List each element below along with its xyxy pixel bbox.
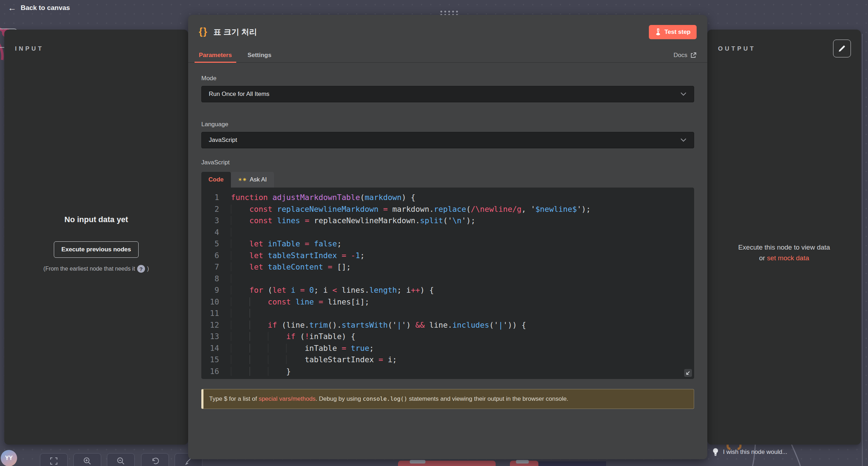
tab-code[interactable]: Code bbox=[201, 172, 231, 188]
code-line[interactable]: 10 const line = lines[i]; bbox=[201, 296, 694, 308]
input-panel: INPUT No input data yet Execute previous… bbox=[4, 30, 188, 445]
docs-label: Docs bbox=[673, 52, 687, 59]
help-question-icon[interactable]: ? bbox=[137, 265, 145, 273]
code-line[interactable]: 1function adjustMarkdownTable(markdown) … bbox=[201, 192, 694, 204]
line-number: 15 bbox=[201, 354, 219, 366]
canvas-node-handle bbox=[410, 460, 425, 464]
line-number: 3 bbox=[201, 215, 219, 227]
language-value: JavaScript bbox=[209, 137, 237, 144]
canvas-edge-line bbox=[862, 34, 863, 466]
mode-label: Mode bbox=[201, 75, 694, 82]
line-number: 13 bbox=[201, 331, 219, 343]
external-link-icon bbox=[690, 52, 697, 58]
line-number: 1 bbox=[201, 192, 219, 204]
flask-icon bbox=[655, 29, 661, 36]
line-number: 16 bbox=[201, 366, 219, 378]
code-line[interactable]: 11 bbox=[201, 308, 694, 319]
output-panel-title: OUTPUT bbox=[718, 45, 756, 52]
tab-ask-ai-label: Ask AI bbox=[250, 176, 267, 183]
code-editor-tab-bar: Code ✶✷ Ask AI bbox=[201, 172, 694, 188]
tab-ask-ai[interactable]: ✶✷ Ask AI bbox=[231, 172, 274, 188]
code-line[interactable]: 12 if (line.trim().startsWith('|') && li… bbox=[201, 319, 694, 331]
node-tab-bar: Parameters Settings Docs bbox=[188, 48, 707, 63]
tab-settings[interactable]: Settings bbox=[248, 48, 272, 62]
code-lines: 1function adjustMarkdownTable(markdown) … bbox=[201, 192, 694, 377]
output-empty-state: Execute this node to view data or set mo… bbox=[707, 242, 861, 263]
pencil-icon bbox=[838, 45, 846, 52]
code-line[interactable]: 5 let inTable = false; bbox=[201, 238, 694, 250]
back-arrow-icon: ← bbox=[8, 4, 16, 12]
line-number: 11 bbox=[201, 308, 219, 319]
node-details-panel: {} 표 크기 처리 Test step Parameters Settings… bbox=[188, 15, 707, 459]
hint-code: console.log() bbox=[363, 395, 407, 402]
code-line[interactable]: 2 const replaceNewlineMarkdown = markdow… bbox=[201, 204, 694, 215]
line-number: 12 bbox=[201, 319, 219, 331]
language-select[interactable]: JavaScript bbox=[201, 132, 694, 148]
fit-view-button[interactable] bbox=[40, 453, 68, 466]
mode-value: Run Once for All Items bbox=[209, 91, 269, 98]
undo-button[interactable] bbox=[141, 453, 169, 466]
line-number: 8 bbox=[201, 273, 219, 285]
canvas-node-handle bbox=[516, 460, 529, 464]
output-empty-line1: Execute this node to view data bbox=[707, 242, 861, 253]
zoom-out-button[interactable] bbox=[107, 453, 135, 466]
test-step-button[interactable]: Test step bbox=[649, 25, 697, 39]
code-field-label: JavaScript bbox=[201, 159, 694, 166]
code-line[interactable]: 16 } bbox=[201, 366, 694, 378]
fit-view-icon bbox=[50, 457, 58, 465]
line-number: 10 bbox=[201, 296, 219, 308]
code-line[interactable]: 14 inTable = true; bbox=[201, 343, 694, 354]
node-title[interactable]: 표 크기 처리 bbox=[213, 27, 257, 37]
code-editor[interactable]: 1function adjustMarkdownTable(markdown) … bbox=[201, 188, 694, 379]
set-mock-data-link[interactable]: set mock data bbox=[767, 254, 809, 262]
panel-drag-handle-icon[interactable] bbox=[439, 10, 459, 15]
line-number: 14 bbox=[201, 343, 219, 354]
docs-link[interactable]: Docs bbox=[673, 52, 697, 59]
back-to-canvas-label: Back to canvas bbox=[21, 4, 70, 12]
line-number: 2 bbox=[201, 204, 219, 215]
sparkles-icon: ✶✷ bbox=[238, 176, 247, 183]
hint-middle: . Debug by using bbox=[316, 395, 363, 402]
chevron-down-icon bbox=[680, 138, 687, 142]
input-hint-prefix: (From the earliest node that needs it bbox=[43, 266, 135, 272]
wish-node-button[interactable]: I wish this node would... bbox=[712, 447, 787, 457]
test-step-label: Test step bbox=[665, 29, 691, 36]
resize-icon bbox=[686, 370, 691, 375]
undo-icon bbox=[151, 457, 159, 465]
code-line[interactable]: 13 if (!inTable) { bbox=[201, 331, 694, 343]
line-number: 9 bbox=[201, 285, 219, 296]
editor-resize-handle[interactable] bbox=[684, 369, 692, 377]
execute-previous-nodes-button[interactable]: Execute previous nodes bbox=[54, 241, 139, 258]
line-number: 7 bbox=[201, 261, 219, 273]
lightbulb-icon bbox=[712, 447, 719, 457]
code-line[interactable]: 9 for (let i = 0; i < lines.length; i++)… bbox=[201, 285, 694, 296]
zoom-out-icon bbox=[117, 457, 125, 465]
input-hint-suffix: ) bbox=[147, 266, 149, 272]
zoom-in-button[interactable] bbox=[73, 453, 101, 466]
edit-output-button[interactable] bbox=[833, 40, 851, 57]
code-hint-bar: Type $ for a list of special vars/method… bbox=[201, 389, 694, 409]
no-input-data-title: No input data yet bbox=[4, 215, 188, 224]
input-panel-title: INPUT bbox=[15, 45, 44, 52]
back-to-canvas-button[interactable]: ← Back to canvas bbox=[8, 4, 70, 12]
line-number: 6 bbox=[201, 250, 219, 262]
output-empty-line2-prefix: or bbox=[759, 254, 767, 262]
line-number: 5 bbox=[201, 238, 219, 250]
line-number: 4 bbox=[201, 227, 219, 239]
code-line[interactable]: 7 let tableContent = []; bbox=[201, 261, 694, 273]
zoom-in-icon bbox=[83, 457, 92, 465]
code-line[interactable]: 6 let tableStartIndex = -1; bbox=[201, 250, 694, 262]
code-node-icon: {} bbox=[199, 26, 208, 37]
code-line[interactable]: 4 bbox=[201, 227, 694, 239]
code-line[interactable]: 8 bbox=[201, 273, 694, 285]
code-line[interactable]: 3 const lines = replaceNewlineMarkdown.s… bbox=[201, 215, 694, 227]
mode-select[interactable]: Run Once for All Items bbox=[201, 86, 694, 102]
special-vars-link[interactable]: special vars/methods bbox=[259, 395, 316, 402]
hint-suffix: statements and viewing their output in t… bbox=[407, 395, 568, 402]
avatar[interactable]: YY bbox=[1, 450, 17, 466]
input-hint: (From the earliest node that needs it ? … bbox=[4, 265, 188, 273]
tab-parameters[interactable]: Parameters bbox=[199, 48, 232, 62]
code-line[interactable]: 15 tableStartIndex = i; bbox=[201, 354, 694, 366]
hint-prefix: Type $ for a list of bbox=[209, 395, 259, 402]
language-label: Language bbox=[201, 121, 694, 128]
